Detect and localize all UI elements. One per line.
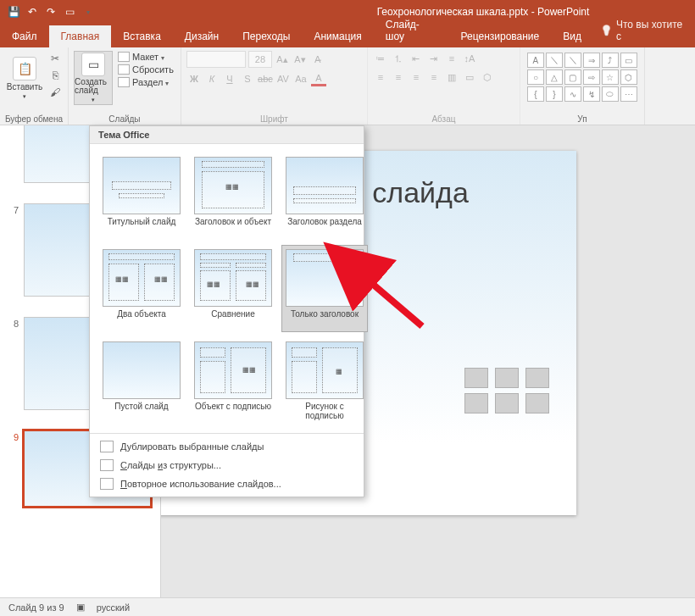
duplicate-icon	[100, 441, 114, 452]
layout-two-content[interactable]: ▦▦ ▦▦ Два объекта	[98, 245, 185, 332]
layout-picture-caption[interactable]: ▦ Рисунок с подписью	[281, 337, 368, 425]
shape-brace2-icon[interactable]: }	[546, 86, 563, 102]
font-name-combo[interactable]	[186, 51, 246, 68]
decrease-font-icon[interactable]: A▾	[292, 52, 308, 67]
content-placeholder-icons[interactable]	[464, 368, 551, 413]
insert-chart-icon[interactable]	[495, 368, 519, 388]
insert-table-icon[interactable]	[464, 368, 488, 388]
tab-transitions[interactable]: Переходы	[231, 25, 302, 47]
redo-icon[interactable]: ↷	[44, 5, 58, 19]
group-paragraph: ≔ ⒈ ⇤ ⇥ ≡ ↕A ≡ ≡ ≡ ≡ ▥ ▭ ⬡ Абзац	[368, 47, 520, 125]
shape-rect-icon[interactable]: ▭	[620, 53, 637, 68]
align-center-icon[interactable]: ≡	[391, 69, 406, 85]
copy-icon[interactable]: ⎘	[47, 68, 63, 83]
align-text-icon[interactable]: ▭	[462, 69, 477, 85]
shape-hex-icon[interactable]: ⬡	[620, 69, 637, 85]
insert-online-pic-icon[interactable]	[495, 393, 519, 413]
reset-icon	[118, 64, 130, 75]
layout-title-slide[interactable]: Титульный слайд	[98, 153, 185, 240]
tab-file[interactable]: Файл	[0, 25, 49, 47]
numbering-icon[interactable]: ⒈	[391, 51, 406, 66]
shape-line2-icon[interactable]: ＼	[564, 53, 581, 68]
spacing-button[interactable]: AV	[275, 71, 291, 86]
tab-slideshow[interactable]: Слайд-шоу	[374, 14, 449, 47]
shapes-gallery[interactable]: A＼＼⇒⤴▭ ○△▢⇨☆⬡ {}∿↯⬭⋯	[525, 51, 639, 103]
paste-button[interactable]: 📋 Вставить ▾	[5, 51, 44, 105]
group-slides-label: Слайды	[74, 113, 175, 124]
undo-icon[interactable]: ↶	[25, 5, 39, 19]
shape-tri-icon[interactable]: △	[546, 69, 563, 85]
tab-view[interactable]: Вид	[551, 25, 593, 47]
layout-blank[interactable]: Пустой слайд	[98, 337, 185, 425]
tab-design[interactable]: Дизайн	[173, 25, 231, 47]
new-slide-layout-menu[interactable]: Тема Office Титульный слайд ▦▦ Заголовок…	[89, 125, 364, 497]
tab-insert[interactable]: Вставка	[111, 25, 173, 47]
shape-oval-icon[interactable]: ○	[527, 69, 544, 85]
tell-me[interactable]: Что вы хотите с	[593, 19, 695, 47]
italic-button[interactable]: К	[204, 71, 220, 86]
shape-callout-icon[interactable]: ⬭	[602, 86, 619, 102]
strike-button[interactable]: abc	[258, 71, 273, 86]
layout-title-content[interactable]: ▦▦ Заголовок и объект	[190, 153, 276, 240]
indent-inc-icon[interactable]: ⇥	[426, 51, 442, 66]
new-slide-button[interactable]: ▭ Создать слайд ▾	[74, 51, 113, 105]
line-spacing-icon[interactable]: ≡	[444, 51, 459, 66]
underline-button[interactable]: Ч	[222, 71, 237, 86]
font-size-combo[interactable]: 28	[248, 51, 272, 68]
reuse-slides-item[interactable]: Повторное использование слайдов...	[90, 474, 364, 493]
layout-label: Сравнение	[211, 309, 254, 328]
layout-thumb	[103, 341, 181, 399]
smartart-icon[interactable]: ⬡	[480, 69, 495, 85]
shape-arrow-icon[interactable]: ⇒	[583, 53, 600, 68]
slides-from-outline-item[interactable]: Слайды из структуры...	[90, 456, 364, 474]
save-icon[interactable]: 💾	[7, 5, 20, 19]
reset-button[interactable]: Сбросить	[116, 64, 175, 75]
duplicate-slides-item[interactable]: Дублировать выбранные слайды	[90, 437, 364, 456]
start-show-icon[interactable]: ▭	[63, 5, 76, 19]
shadow-button[interactable]: S	[240, 71, 255, 86]
columns-icon[interactable]: ▥	[444, 69, 459, 85]
shape-arrow2-icon[interactable]: ⇨	[583, 69, 600, 85]
case-button[interactable]: Aa	[293, 71, 309, 86]
bold-button[interactable]: Ж	[186, 71, 202, 86]
qat-more-icon[interactable]	[81, 5, 95, 19]
group-paragraph-label: Абзац	[373, 113, 514, 124]
indent-dec-icon[interactable]: ⇤	[409, 51, 424, 66]
shape-more-icon[interactable]: ⋯	[620, 86, 637, 102]
shape-text-icon[interactable]: A	[527, 53, 544, 68]
spell-check-icon[interactable]: ▣	[76, 602, 85, 613]
section-button[interactable]: Раздел	[116, 76, 175, 88]
cut-icon[interactable]: ✂	[47, 51, 63, 66]
tab-home[interactable]: Главная	[49, 25, 112, 47]
align-left-icon[interactable]: ≡	[373, 69, 388, 85]
shape-conn-icon[interactable]: ⤴	[602, 53, 619, 68]
clear-format-icon[interactable]: A̶	[310, 52, 325, 67]
tab-animations[interactable]: Анимация	[302, 25, 373, 47]
text-direction-icon[interactable]: ↕A	[462, 51, 477, 66]
format-painter-icon[interactable]: 🖌	[47, 85, 63, 100]
shape-line-icon[interactable]: ＼	[546, 53, 563, 68]
font-color-button[interactable]: A	[311, 71, 326, 86]
slide-counter[interactable]: Слайд 9 из 9	[8, 602, 64, 613]
layout-label: Макет	[132, 52, 158, 62]
insert-video-icon[interactable]	[525, 393, 549, 413]
layout-button[interactable]: Макет	[116, 51, 175, 63]
shape-rrect-icon[interactable]: ▢	[564, 69, 581, 85]
shape-star-icon[interactable]: ☆	[602, 69, 619, 85]
shape-free-icon[interactable]: ↯	[583, 86, 600, 102]
insert-picture-icon[interactable]	[464, 393, 488, 413]
tab-review[interactable]: Рецензирование	[449, 25, 552, 47]
layout-content-caption[interactable]: ▦▦ Объект с подписью	[190, 337, 276, 425]
bullets-icon[interactable]: ≔	[373, 51, 388, 66]
layout-icon	[118, 52, 130, 62]
shape-brace-icon[interactable]: {	[527, 86, 544, 102]
align-right-icon[interactable]: ≡	[409, 69, 424, 85]
increase-font-icon[interactable]: A▴	[275, 52, 290, 67]
language-label[interactable]: русский	[97, 602, 130, 613]
shape-curve-icon[interactable]: ∿	[564, 86, 581, 102]
insert-smartart-icon[interactable]	[525, 368, 549, 388]
layout-title-only[interactable]: Только заголовок	[281, 245, 368, 332]
justify-icon[interactable]: ≡	[426, 69, 442, 85]
layout-section-header[interactable]: Заголовок раздела	[281, 153, 368, 240]
layout-comparison[interactable]: ▦▦ ▦▦ Сравнение	[190, 245, 276, 332]
